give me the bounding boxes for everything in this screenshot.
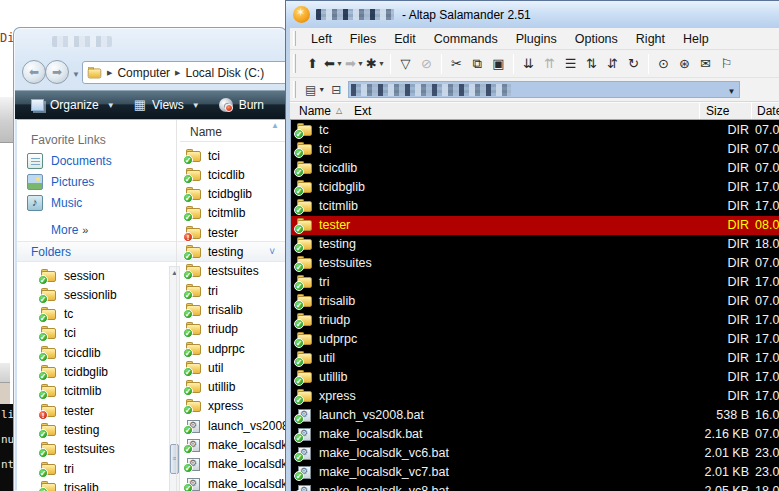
forward-button[interactable]: ➡: [45, 60, 69, 84]
tree-item-tester[interactable]: !tester: [41, 401, 94, 420]
list-item-xpress[interactable]: ✓xpress: [186, 397, 243, 416]
name-column-header[interactable]: Name ▲: [180, 123, 287, 142]
file-row-testsuites[interactable]: ✓testsuitesDIR07.08: [291, 254, 779, 273]
cut-icon[interactable]: ✂: [446, 53, 467, 74]
sort-name-icon[interactable]: ⇅: [581, 53, 602, 74]
list-item-trisalib[interactable]: ✓trisalib: [186, 300, 243, 319]
column-separator[interactable]: [751, 103, 752, 119]
sort-ext-icon[interactable]: ⇵: [602, 53, 623, 74]
tree-item-session[interactable]: ✓session: [41, 266, 105, 285]
scroll-up-icon[interactable]: ▲: [170, 267, 179, 276]
file-row-make_localsdk_vc6.bat[interactable]: ✓make_localsdk_vc6.bat2.01 KB23.06: [291, 444, 779, 463]
unpack-icon[interactable]: ⇈: [539, 53, 560, 74]
file-row-udprpc[interactable]: ✓udprpcDIR17.06: [291, 330, 779, 349]
favorite-link-music[interactable]: Music: [27, 195, 82, 211]
menu-item-options[interactable]: Options: [566, 30, 627, 48]
file-row-utillib[interactable]: ✓utillibDIR17.06: [291, 368, 779, 387]
file-row-tcidbglib[interactable]: ✓tcidbglibDIR17.06: [291, 178, 779, 197]
panel-split-icon[interactable]: ⊟: [328, 81, 344, 99]
list-item-udprpc[interactable]: ✓udprpc: [186, 339, 245, 358]
back-button[interactable]: ⬅: [22, 60, 46, 84]
file-row-make_localsdk_vc8.bat[interactable]: ✓make_localsdk_vc8.bat2.05 KB18.0: [291, 482, 779, 491]
list-item-testing[interactable]: ✓testing: [186, 243, 243, 262]
list-item-testsuites[interactable]: ✓testsuites: [186, 262, 259, 281]
list-item-launch_vs2008[interactable]: ✓launch_vs2008: [186, 416, 287, 435]
list-item-util[interactable]: ✓util: [186, 358, 223, 377]
tree-item-tcitmlib[interactable]: ✓tcitmlib: [41, 382, 101, 401]
file-row-launch_vs2008.bat[interactable]: ✓launch_vs2008.bat538 B16.07: [291, 406, 779, 425]
list-item-utillib[interactable]: ✓utillib: [186, 378, 235, 397]
cmd-views-button[interactable]: ▦Views▼: [128, 95, 209, 115]
column-header-ext[interactable]: Ext: [354, 104, 371, 118]
recent-pages-dropdown-icon[interactable]: ▼: [72, 70, 80, 79]
menu-item-commands[interactable]: Commands: [425, 30, 507, 48]
tree-item-testing[interactable]: ✓testing: [41, 420, 99, 439]
tree-item-tcidbglib[interactable]: ✓tcidbglib: [41, 363, 108, 382]
list-item-tcicdlib[interactable]: ✓tcicdlib: [186, 165, 245, 184]
drive-select-button[interactable]: ▤▼: [302, 81, 328, 99]
cmd-organize-button[interactable]: Organize▼: [25, 95, 124, 115]
more-link[interactable]: More»: [51, 223, 88, 237]
tree-item-testsuites[interactable]: ✓testsuites: [41, 440, 115, 459]
list-item-make_localsdk[interactable]: ✓make_localsdk: [186, 455, 287, 474]
address-bar[interactable]: ▶ Computer ▶ Local Disk (C:): [82, 61, 302, 84]
file-row-tcicdlib[interactable]: ✓tcicdlibDIR07.07: [291, 159, 779, 178]
file-row-util[interactable]: ✓utilDIR17.06: [291, 349, 779, 368]
path-dropdown-icon[interactable]: ▼: [727, 87, 735, 96]
favorite-link-pictures[interactable]: Pictures: [27, 174, 94, 190]
menu-item-edit[interactable]: Edit: [385, 30, 425, 48]
file-row-xpress[interactable]: ✓xpressDIR17.06: [291, 387, 779, 406]
user-menu-icon[interactable]: ⚐: [716, 53, 737, 74]
forward-icon[interactable]: ➡▼: [344, 53, 365, 74]
list-item-tci[interactable]: ✓tci: [186, 146, 220, 165]
file-row-trisalib[interactable]: ✓trisalibDIR07.07: [291, 292, 779, 311]
column-header-date[interactable]: Date: [757, 104, 779, 118]
salamander-title-bar[interactable]: - Altap Salamander 2.51: [286, 1, 779, 28]
file-row-make_localsdk.bat[interactable]: ✓make_localsdk.bat2.16 KB07.07: [291, 425, 779, 444]
scrollbar-thumb[interactable]: ≡: [170, 444, 179, 474]
back-icon[interactable]: ⬅▼: [323, 53, 344, 74]
breadcrumb-computer[interactable]: Computer: [117, 66, 170, 80]
pack-icon[interactable]: ⇊: [518, 53, 539, 74]
tree-item-tci[interactable]: ✓tci: [41, 324, 76, 343]
tree-item-trisalib[interactable]: ✓trisalib: [41, 478, 99, 491]
find-files-icon[interactable]: ⊛: [674, 53, 695, 74]
menu-item-help[interactable]: Help: [674, 30, 718, 48]
file-row-triudp[interactable]: ✓triudpDIR17.06: [291, 311, 779, 330]
menu-item-left[interactable]: Left: [302, 30, 341, 48]
copy-icon[interactable]: ⧉: [467, 53, 488, 74]
deselect-icon[interactable]: ⊘: [416, 53, 437, 74]
tree-item-tc[interactable]: ✓tc: [41, 305, 73, 324]
menu-item-right[interactable]: Right: [627, 30, 674, 48]
parent-dir-icon[interactable]: ⬆: [302, 53, 323, 74]
current-path-field[interactable]: ▼: [348, 81, 740, 98]
menu-item-files[interactable]: Files: [341, 30, 385, 48]
column-header-size[interactable]: Size: [706, 104, 729, 118]
tree-item-tri[interactable]: ✓tri: [41, 459, 74, 478]
file-row-testing[interactable]: ✓testingDIR18.07: [291, 235, 779, 254]
hot-paths-icon[interactable]: ✱▼: [365, 53, 386, 74]
file-row-tci[interactable]: ✓tciDIR07.07: [291, 140, 779, 159]
paste-icon[interactable]: ▣: [488, 53, 509, 74]
list-item-tester[interactable]: !tester: [186, 223, 238, 242]
tree-item-sessionlib[interactable]: ✓sessionlib: [41, 285, 117, 304]
column-separator[interactable]: [699, 103, 700, 119]
select-filter-icon[interactable]: ▽: [395, 53, 416, 74]
find-icon[interactable]: ⊙: [653, 53, 674, 74]
properties-icon[interactable]: ☰: [560, 53, 581, 74]
email-icon[interactable]: ✉: [695, 53, 716, 74]
favorite-link-documents[interactable]: Documents: [27, 153, 112, 169]
menu-item-plugins[interactable]: Plugins: [507, 30, 566, 48]
list-item-tri[interactable]: ✓tri: [186, 281, 218, 300]
tree-item-tcicdlib[interactable]: ✓tcicdlib: [41, 343, 101, 362]
list-item-make_localsdk[interactable]: ✓make_localsdk: [186, 474, 287, 491]
list-item-tcidbglib[interactable]: ✓tcidbglib: [186, 185, 252, 204]
file-row-tc[interactable]: ✓tcDIR07.08: [291, 121, 779, 140]
list-item-tcitmlib[interactable]: ✓tcitmlib: [186, 204, 245, 223]
file-row-tester[interactable]: ✓testerDIR08.08: [291, 216, 779, 235]
tree-scrollbar[interactable]: ▲ ≡: [169, 266, 180, 491]
file-row-tri[interactable]: ✓triDIR17.06: [291, 273, 779, 292]
list-item-make_localsdk[interactable]: ✓make_localsdk: [186, 436, 287, 455]
file-row-tcitmlib[interactable]: ✓tcitmlibDIR17.06: [291, 197, 779, 216]
cmd-burn-button[interactable]: Burn: [213, 95, 273, 115]
